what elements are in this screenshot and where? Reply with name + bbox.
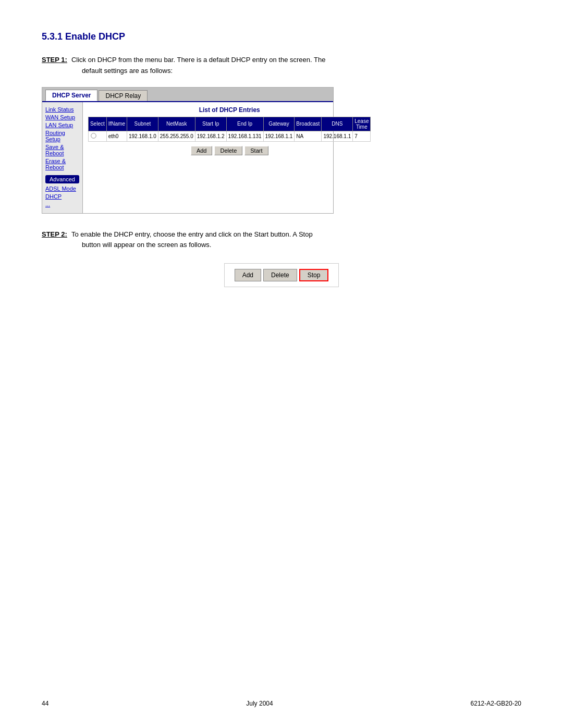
main-panel: List of DHCP Entries Select IfName Subne… — [83, 102, 376, 213]
step2-line2: button will appear on the screen as foll… — [82, 241, 212, 249]
dhcp-table: Select IfName Subnet NetMask Start Ip En… — [88, 117, 371, 142]
step2-stop-button[interactable]: Stop — [299, 269, 329, 281]
sidebar-dhcp[interactable]: DHCP — [45, 193, 79, 200]
add-button[interactable]: Add — [191, 146, 213, 155]
col-broadcast: Broadcast — [295, 117, 322, 131]
advanced-button[interactable]: Advanced — [45, 175, 79, 183]
panel-title: List of DHCP Entries — [88, 106, 371, 114]
col-netmask: NetMask — [158, 117, 195, 131]
ui-screenshot: DHCP Server DHCP Relay Link Status WAN S… — [42, 87, 334, 214]
delete-button[interactable]: Delete — [214, 146, 242, 155]
tab-dhcp-relay[interactable]: DHCP Relay — [99, 90, 148, 101]
step1-line2: default settings are as follows: — [82, 67, 173, 75]
action-buttons: Add Delete Start — [88, 146, 371, 155]
col-end-ip: End Ip — [226, 117, 263, 131]
sidebar-link-status[interactable]: Link Status — [45, 106, 79, 113]
step2-delete-button[interactable]: Delete — [263, 269, 297, 281]
sidebar-save-reboot[interactable]: Save & Reboot — [45, 144, 79, 156]
col-select: Select — [88, 117, 106, 131]
step2-line1: To enable the DHCP entry, choose the ent… — [71, 230, 313, 238]
cell-netmask: 255.255.255.0 — [158, 131, 195, 141]
ui-content: Link Status WAN Setup LAN Setup Routing … — [42, 101, 333, 213]
cell-select[interactable] — [88, 131, 106, 141]
step1-block: STEP 1: Click on DHCP from the menu bar.… — [42, 55, 521, 77]
sidebar: Link Status WAN Setup LAN Setup Routing … — [42, 102, 83, 213]
col-start-ip: Start Ip — [195, 117, 226, 131]
page-number: 44 — [42, 700, 48, 707]
tab-dhcp-server[interactable]: DHCP Server — [45, 90, 97, 101]
sidebar-erase-reboot[interactable]: Erase & Reboot — [45, 158, 79, 170]
sidebar-routing-setup[interactable]: Routing Setup — [45, 130, 79, 142]
step1-line1: Click on DHCP from the menu bar. There i… — [71, 56, 326, 64]
tabs-row: DHCP Server DHCP Relay — [42, 88, 333, 101]
cell-start-ip: 192.168.1.2 — [195, 131, 226, 141]
page-footer: 44 July 2004 6212-A2-GB20-20 — [42, 700, 521, 707]
step2-block: STEP 2: To enable the DHCP entry, choose… — [42, 229, 521, 251]
cell-subnet: 192.168.1.0 — [127, 131, 158, 141]
step2-add-button[interactable]: Add — [235, 269, 261, 281]
step1-label: STEP 1: — [42, 55, 67, 77]
page-container: 5.3.1 Enable DHCP STEP 1: Click on DHCP … — [0, 0, 563, 728]
col-subnet: Subnet — [127, 117, 158, 131]
col-ifname: IfName — [106, 117, 127, 131]
cell-dns: 192.168.1.1 — [322, 131, 353, 141]
cell-end-ip: 192.168.1.131 — [226, 131, 263, 141]
cell-lease-time: 7 — [353, 131, 371, 141]
step2-buttons-area: Add Delete Stop — [224, 263, 339, 287]
sidebar-adsl-mode[interactable]: ADSL Mode — [45, 186, 79, 192]
cell-broadcast: NA — [295, 131, 322, 141]
table-row: eth0 192.168.1.0 255.255.255.0 192.168.1… — [88, 131, 371, 141]
footer-doc-number: 6212-A2-GB20-20 — [471, 700, 521, 707]
step2-label: STEP 2: — [42, 229, 67, 251]
footer-date: July 2004 — [246, 700, 273, 707]
sidebar-lan-setup[interactable]: LAN Setup — [45, 122, 79, 128]
section-heading: 5.3.1 Enable DHCP — [42, 31, 521, 42]
col-lease-time: Lease Time — [353, 117, 371, 131]
start-button[interactable]: Start — [244, 146, 268, 155]
sidebar-wan-setup[interactable]: WAN Setup — [45, 114, 79, 120]
cell-ifname: eth0 — [106, 131, 127, 141]
sidebar-more[interactable]: ... — [45, 201, 79, 207]
col-gateway: Gateway — [263, 117, 295, 131]
col-dns: DNS — [322, 117, 353, 131]
cell-gateway: 192.168.1.1 — [263, 131, 295, 141]
